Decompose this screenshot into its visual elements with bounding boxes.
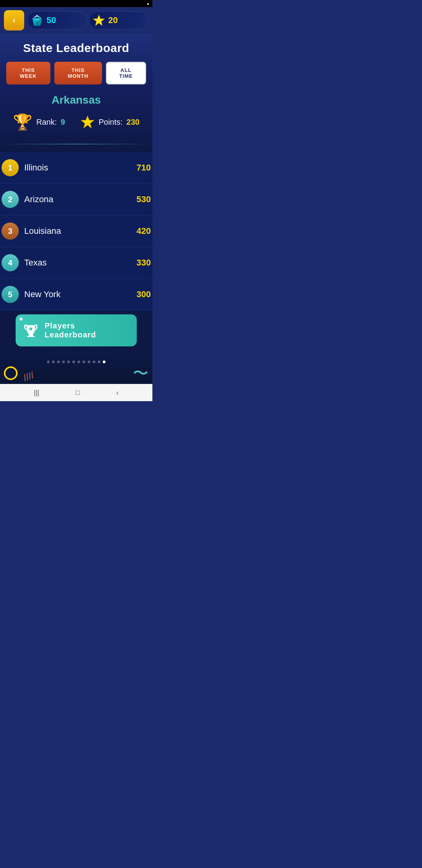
separator <box>0 144 152 144</box>
tab-this-month[interactable]: THIS MONTH <box>54 62 102 84</box>
points-value: 230 <box>127 118 139 127</box>
tab-this-week[interactable]: THIS WEEK <box>6 62 50 84</box>
yellow-circle-decoration <box>4 366 18 380</box>
nav-dot <box>72 360 75 363</box>
rank-badge-2: 2 <box>2 191 19 208</box>
star-icon-header <box>93 14 105 27</box>
star-icon-rank <box>80 115 95 129</box>
bottom-decoration: //// 〜 <box>0 353 152 384</box>
trophy-icon <box>23 323 38 338</box>
teal-snake-decoration: 〜 <box>133 362 148 384</box>
header: ‹ 50 20 <box>0 7 152 34</box>
back-button[interactable]: ‹ <box>4 10 24 30</box>
nav-dot-active <box>103 360 106 363</box>
rank-row: 🏆 Rank: 9 Points: 230 <box>6 114 146 136</box>
android-nav-bar: ||| □ ‹ <box>0 384 152 401</box>
nav-dot <box>62 360 65 363</box>
nav-dot <box>82 360 85 363</box>
user-state-name: Arkansas <box>6 94 146 106</box>
android-menu-icon[interactable]: ||| <box>34 389 39 397</box>
status-bar: ● <box>0 0 152 7</box>
nav-dot <box>93 360 95 363</box>
gems-display: 50 <box>27 11 87 29</box>
rank-badge-4: 4 <box>2 254 19 271</box>
nav-dots <box>47 360 106 363</box>
table-row: 4 Texas 330 <box>0 247 152 279</box>
bottom-area: Players Leaderboard <box>0 310 152 353</box>
state-score-2: 530 <box>136 194 151 204</box>
nav-dot <box>77 360 80 363</box>
rank-badge-5: 5 <box>2 286 19 303</box>
diagonal-lines-decoration: //// <box>22 369 36 383</box>
state-name-2: Arizona <box>24 194 131 204</box>
nav-dot <box>98 360 100 363</box>
tab-group: THIS WEEK THIS MONTH ALL TIME <box>6 62 146 84</box>
table-row: 3 Louisiana 420 <box>0 215 152 247</box>
podium-icon: 🏆 <box>13 114 32 130</box>
main-content: State Leaderboard THIS WEEK THIS MONTH A… <box>0 34 152 152</box>
points-section: Points: 230 <box>80 115 139 129</box>
state-name-1: Illinois <box>24 163 131 173</box>
dot-decoration <box>20 317 23 321</box>
table-row: 1 Illinois 710 <box>0 152 152 184</box>
state-name-4: Texas <box>24 258 131 268</box>
state-name-5: New York <box>24 289 131 299</box>
android-back-icon[interactable]: ‹ <box>116 389 118 397</box>
rank-label: Rank: <box>36 118 57 127</box>
tab-all-time[interactable]: ALL TIME <box>106 62 146 84</box>
table-row: 5 New York 300 <box>0 279 152 310</box>
status-signal: ● <box>147 2 149 6</box>
state-score-5: 300 <box>136 289 151 299</box>
state-score-4: 330 <box>136 258 151 268</box>
android-home-icon[interactable]: □ <box>76 389 80 397</box>
state-score-3: 420 <box>136 226 151 236</box>
players-leaderboard-label: Players Leaderboard <box>45 321 129 339</box>
stars-display: 20 <box>89 11 148 29</box>
nav-dot <box>88 360 90 363</box>
page-title: State Leaderboard <box>6 41 146 55</box>
svg-rect-11 <box>27 336 34 337</box>
stars-value: 20 <box>108 15 118 25</box>
nav-dot <box>67 360 70 363</box>
currency-bar: 50 20 <box>27 11 148 29</box>
rank-badge-1: 1 <box>2 159 19 176</box>
table-row: 2 Arizona 530 <box>0 184 152 215</box>
nav-dot <box>52 360 55 363</box>
state-score-1: 710 <box>136 163 151 173</box>
nav-dot <box>47 360 50 363</box>
svg-marker-9 <box>81 116 95 128</box>
back-arrow-icon: ‹ <box>13 15 15 25</box>
leaderboard-list: 1 Illinois 710 2 Arizona 530 3 Louisiana… <box>0 152 152 310</box>
state-name-3: Louisiana <box>24 226 131 236</box>
gems-value: 50 <box>46 15 56 25</box>
gem-icon <box>31 14 43 27</box>
rank-badge-3: 3 <box>2 222 19 240</box>
rank-section: 🏆 Rank: 9 <box>13 114 65 130</box>
rank-value: 9 <box>61 118 65 127</box>
players-leaderboard-button[interactable]: Players Leaderboard <box>16 314 137 346</box>
points-label: Points: <box>98 118 122 127</box>
nav-dot <box>57 360 60 363</box>
svg-point-12 <box>29 327 32 330</box>
